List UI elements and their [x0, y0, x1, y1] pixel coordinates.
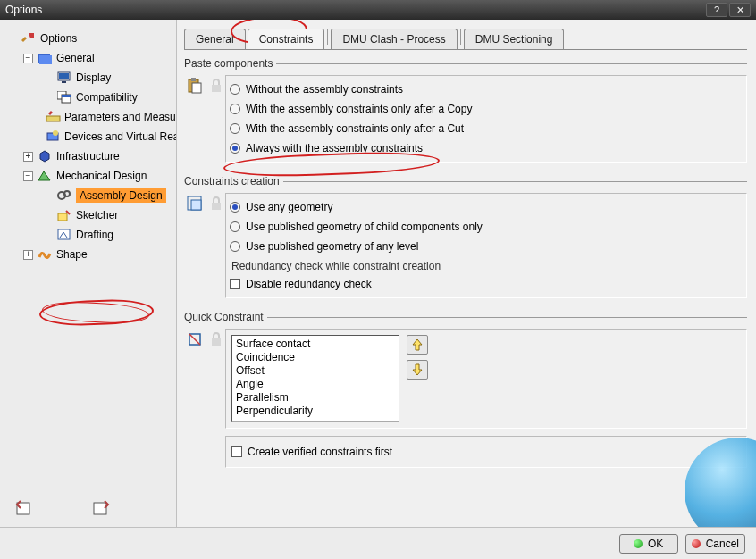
gears-icon: [56, 188, 72, 204]
tree-node-shape[interactable]: + Shape: [7, 245, 176, 264]
radio-icon[interactable]: [230, 221, 240, 232]
group-legend: Quick Constraint: [184, 311, 267, 323]
reset-options-icon[interactable]: [13, 495, 38, 520]
radio-paste-always[interactable]: Always with the assembly constraints: [230, 138, 741, 158]
tree-node-infrastructure[interactable]: + Infrastructure: [7, 146, 176, 166]
tree-node-mechanical[interactable]: − Mechanical Design: [7, 166, 176, 186]
radio-icon[interactable]: [230, 241, 240, 252]
collapse-icon[interactable]: −: [23, 54, 33, 63]
move-down-button[interactable]: [407, 360, 428, 380]
checkbox-label: Create verified constraints first: [248, 446, 392, 458]
checkbox-icon[interactable]: [230, 279, 240, 289]
radio-use-any-geometry[interactable]: Use any geometry: [230, 197, 741, 217]
radio-label: Without the assembly constraints: [246, 83, 403, 96]
svg-rect-13: [58, 213, 67, 221]
list-item[interactable]: Coincidence: [236, 351, 395, 364]
lock-disabled-icon: [207, 77, 225, 95]
tree-label-selected: Assembly Design: [76, 188, 166, 203]
sketcher-icon: [56, 207, 72, 223]
led-red-icon: [692, 539, 701, 548]
tree-node-general[interactable]: − General: [7, 48, 176, 68]
export-options-icon[interactable]: [89, 495, 114, 520]
tree-label: Drafting: [76, 229, 113, 241]
svg-rect-16: [192, 83, 201, 93]
radio-label: Use published geometry of any level: [246, 240, 418, 253]
radio-icon[interactable]: [230, 143, 240, 154]
shape-icon: [37, 246, 53, 263]
checkbox-label: Disable redundancy check: [246, 278, 372, 290]
button-label: OK: [648, 538, 663, 550]
tree-node-assembly-design[interactable]: Assembly Design: [7, 186, 176, 205]
cube-blue-icon: [37, 148, 53, 164]
annotation-circle: [39, 298, 155, 327]
annotation-circle: [42, 300, 150, 325]
radio-icon[interactable]: [230, 104, 240, 114]
lock-disabled-icon: [207, 195, 225, 213]
options-tree[interactable]: Options − General Display: [2, 23, 176, 264]
tab-separator: [460, 29, 461, 45]
tree-node-parameters[interactable]: Parameters and Measures: [7, 107, 176, 127]
tree-node-devices[interactable]: Devices and Virtual Reality: [7, 127, 176, 146]
radio-use-published-any[interactable]: Use published geometry of any level: [230, 237, 741, 256]
radio-label: With the assembly constraints only after…: [246, 122, 464, 135]
triangle-green-icon: [37, 168, 53, 184]
radio-paste-after-cut[interactable]: With the assembly constraints only after…: [230, 119, 741, 138]
tree-label: Parameters and Measures: [64, 111, 177, 123]
tree-node-display[interactable]: Display: [7, 68, 176, 88]
checkbox-icon[interactable]: [231, 446, 242, 457]
svg-rect-4: [62, 81, 66, 83]
radio-icon[interactable]: [230, 84, 240, 95]
check-create-verified-first[interactable]: Create verified constraints first: [231, 442, 741, 462]
options-tree-pane: Options − General Display: [0, 20, 177, 527]
window-title: Options: [5, 4, 42, 16]
quick-constraint-list[interactable]: Surface contact Coincidence Offset Angle…: [231, 335, 399, 422]
dialog-footer: OK Cancel: [0, 527, 756, 559]
radio-use-published-child[interactable]: Use published geometry of child componen…: [230, 217, 741, 237]
radio-icon[interactable]: [230, 202, 240, 213]
expand-icon[interactable]: +: [23, 152, 33, 162]
cancel-button[interactable]: Cancel: [685, 534, 745, 554]
tools-icon: [21, 30, 37, 46]
svg-rect-24: [17, 503, 29, 514]
list-item[interactable]: Surface contact: [236, 338, 395, 351]
radio-icon[interactable]: [230, 123, 240, 134]
move-up-button[interactable]: [407, 335, 428, 355]
svg-rect-21: [212, 203, 221, 210]
group-paste-components: Paste components Without the assembly co…: [184, 57, 747, 164]
led-green-icon: [634, 539, 643, 548]
radio-paste-without[interactable]: Without the assembly constraints: [230, 79, 741, 99]
radio-paste-after-copy[interactable]: With the assembly constraints only after…: [230, 99, 741, 119]
radio-label: With the assembly constraints only after…: [246, 103, 472, 115]
radio-label: Use any geometry: [246, 201, 332, 213]
check-disable-redundancy[interactable]: Disable redundancy check: [230, 274, 741, 294]
expand-icon[interactable]: +: [23, 250, 33, 260]
geometry-icon[interactable]: [186, 195, 204, 213]
lock-disabled-icon: [207, 330, 225, 348]
window-buttons: ? ✕: [706, 3, 751, 17]
tree-label: Mechanical Design: [56, 170, 147, 182]
vr-icon: [46, 129, 61, 145]
paste-icon[interactable]: [186, 77, 204, 95]
svg-point-10: [53, 130, 58, 136]
creation-options-panel: Use any geometry Use published geometry …: [225, 193, 747, 298]
svg-rect-17: [191, 78, 196, 81]
list-item[interactable]: Angle: [236, 378, 395, 391]
tab-dmu-sectioning[interactable]: DMU Sectioning: [464, 29, 565, 49]
help-button[interactable]: ?: [706, 3, 727, 17]
list-item[interactable]: Perpendicularity: [236, 405, 395, 418]
collapse-icon[interactable]: −: [23, 171, 33, 181]
list-item[interactable]: Offset: [236, 364, 395, 378]
quick-constraint-icon[interactable]: [186, 330, 204, 348]
tab-dmu-clash[interactable]: DMU Clash - Process: [331, 29, 457, 49]
tree-node-sketcher[interactable]: Sketcher: [7, 205, 176, 225]
tab-general[interactable]: General: [184, 29, 246, 49]
ok-button[interactable]: OK: [619, 534, 678, 554]
tree-root-options[interactable]: Options: [7, 29, 176, 48]
group-legend: Constraints creation: [184, 175, 283, 188]
close-button[interactable]: ✕: [729, 3, 751, 17]
tree-node-drafting[interactable]: Drafting: [7, 225, 176, 245]
list-item[interactable]: Parallelism: [236, 391, 395, 405]
tree-node-compatibility[interactable]: Compatibility: [7, 88, 176, 107]
tab-constraints[interactable]: Constraints: [248, 29, 325, 49]
svg-rect-25: [94, 503, 106, 514]
